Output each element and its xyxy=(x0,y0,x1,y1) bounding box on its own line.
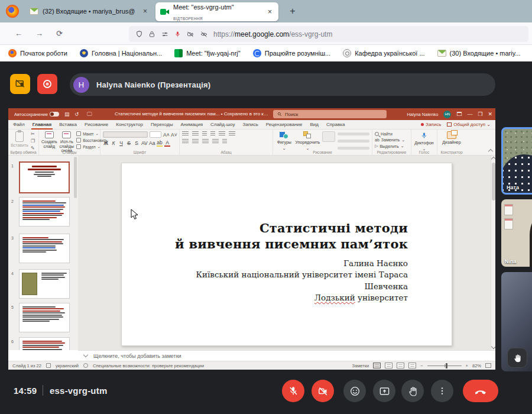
text-direction-icon[interactable] xyxy=(229,131,235,137)
replace-button[interactable]: abЗаменить ⌄ xyxy=(375,137,405,143)
underline-button[interactable]: Ч xyxy=(118,140,124,146)
line-spacing-icon[interactable] xyxy=(219,131,225,137)
numbering-icon[interactable] xyxy=(192,131,199,137)
participant-tile-speaking[interactable]: Ната xyxy=(501,127,532,195)
tab-help[interactable]: Справка xyxy=(326,122,345,127)
slide-thumbnail-5[interactable] xyxy=(19,303,70,332)
align-left-icon[interactable] xyxy=(182,139,189,144)
bookmark-item[interactable]: (30) Входящие • mariy... xyxy=(437,50,521,57)
font-size-input[interactable] xyxy=(150,131,161,138)
tab-insert[interactable]: Вставка xyxy=(59,122,77,127)
copy-icon[interactable]: ❐ xyxy=(31,138,35,144)
current-slide[interactable]: Статистичні методи й вивчення писемних п… xyxy=(121,163,452,346)
accessibility-icon[interactable] xyxy=(83,363,88,368)
bookmark-item[interactable]: Meet: "fjw-yqaj-nrj" xyxy=(174,49,241,57)
save-icon[interactable]: ▤ xyxy=(64,108,70,120)
address-bar[interactable]: https://meet.google.com/ess-vgrg-utm xyxy=(129,26,528,42)
cut-icon[interactable]: ✂ xyxy=(31,131,35,137)
collapse-ribbon-icon[interactable] xyxy=(488,149,493,154)
arrange-button[interactable]: Упорядочить⌄ xyxy=(296,131,320,150)
spellcheck-icon[interactable] xyxy=(46,363,51,368)
change-case-icon[interactable]: Aa xyxy=(149,140,155,146)
tab-design[interactable]: Конструктор xyxy=(116,122,143,127)
notes-toggle-button[interactable]: Заметки xyxy=(352,363,369,368)
zoom-level[interactable]: 82% xyxy=(472,363,481,368)
participant-tile[interactable]: Nina xyxy=(501,199,532,267)
permissions-icon[interactable] xyxy=(161,31,169,38)
presenter-chip[interactable]: H Halyna Naienko (Презентація) xyxy=(70,73,495,96)
text-shadow-button[interactable]: S xyxy=(134,140,140,146)
ribbon-display-icon[interactable]: 🗖 xyxy=(456,111,462,117)
tab-meet[interactable]: Meet: "ess-vgrg-utm" ВІДТВОРЕННЯ × xyxy=(155,2,278,21)
bookmark-item[interactable]: Головна | Національн... xyxy=(80,49,162,57)
mic-allowed-icon[interactable] xyxy=(174,30,181,38)
slide-thumbnail-6[interactable] xyxy=(19,337,70,350)
autoplay-blocked-icon[interactable] xyxy=(200,31,208,38)
scrollbar-thumb[interactable] xyxy=(492,163,495,200)
camera-off-button[interactable] xyxy=(312,380,334,402)
tab-file[interactable]: Файл xyxy=(13,122,25,127)
grow-font-icon[interactable]: A˄ xyxy=(163,132,169,138)
columns-icon[interactable] xyxy=(222,139,227,144)
accessibility-label[interactable]: Специальные возможности: проверьте реком… xyxy=(93,363,204,368)
zoom-out-icon[interactable]: − xyxy=(420,363,423,368)
reading-view-icon[interactable] xyxy=(397,363,404,368)
shield-icon[interactable] xyxy=(135,30,143,38)
back-icon[interactable]: ← xyxy=(15,29,22,38)
search-box[interactable]: Поиск xyxy=(273,110,387,118)
align-center-icon[interactable] xyxy=(192,139,199,144)
fit-to-window-icon[interactable] xyxy=(485,363,491,368)
language-label[interactable]: украинский xyxy=(56,363,79,368)
shapes-button[interactable]: Фигуры⌄ xyxy=(275,131,293,150)
shape-effects-button[interactable] xyxy=(338,147,369,150)
normal-view-icon[interactable] xyxy=(373,363,381,368)
slideshow-view-icon[interactable] xyxy=(408,363,416,368)
minimize-button[interactable]: — xyxy=(467,111,472,117)
slide-sorter-view-icon[interactable] xyxy=(385,363,392,368)
new-tab-button[interactable]: + xyxy=(286,5,299,18)
reactions-button[interactable] xyxy=(343,380,366,402)
autosave-toggle[interactable] xyxy=(50,108,59,120)
share-button[interactable]: Общий доступ ⌄ xyxy=(447,122,491,127)
bookmark-item[interactable]: Працюйте розумніш... xyxy=(253,49,330,57)
designer-button[interactable]: Дизайнер xyxy=(440,131,463,145)
more-options-button[interactable] xyxy=(431,380,453,402)
present-screen-button[interactable] xyxy=(373,380,395,402)
strikethrough-button[interactable]: S xyxy=(126,140,132,146)
select-button[interactable]: ▷Выделить ⌄ xyxy=(375,144,404,149)
slide-thumbnail-3[interactable] xyxy=(19,234,70,263)
recording-badge[interactable] xyxy=(37,74,57,94)
indent-increase-icon[interactable] xyxy=(210,131,215,137)
lock-icon[interactable] xyxy=(148,31,155,38)
notes-collapse-icon[interactable] xyxy=(83,352,88,357)
account-name[interactable]: Halyna Naienko xyxy=(407,112,438,117)
record-button[interactable]: Запись xyxy=(421,122,441,127)
close-button[interactable]: ✕ xyxy=(488,111,492,117)
highlight-color-button[interactable]: ab xyxy=(157,140,163,147)
dictate-button[interactable]: Диктофон⌄ xyxy=(414,131,434,151)
slide-thumbnail-1[interactable] xyxy=(19,161,70,193)
account-avatar[interactable]: HN xyxy=(443,111,451,118)
font-color-button[interactable]: A xyxy=(164,140,170,147)
presentation-warning-badge[interactable] xyxy=(10,74,30,94)
forward-icon[interactable]: → xyxy=(35,29,43,38)
tab-gmail[interactable]: (32) Входящие • mariya_brus@ × xyxy=(25,3,154,20)
indent-decrease-icon[interactable] xyxy=(202,131,207,137)
camera-blocked-icon[interactable] xyxy=(186,31,194,38)
canvas-scrollbar[interactable] xyxy=(491,156,495,350)
slide-canvas[interactable]: Статистичні методи й вивчення писемних п… xyxy=(78,156,491,350)
shape-fill-button[interactable] xyxy=(338,132,369,135)
tab-draw[interactable]: Рисование xyxy=(85,122,108,127)
undo-icon[interactable]: ↺ xyxy=(74,108,79,120)
shape-outline-button[interactable] xyxy=(338,140,369,143)
zoom-in-icon[interactable]: + xyxy=(466,363,468,368)
new-slide-button[interactable]: Создать слайд xyxy=(41,131,57,148)
bookmark-item[interactable]: Кафедра української ... xyxy=(343,49,424,57)
character-spacing-icon[interactable]: AV xyxy=(141,140,147,146)
tab-animations[interactable]: Анимация xyxy=(180,122,203,127)
reload-icon[interactable]: ⟳ xyxy=(56,29,63,38)
zoom-slider[interactable] xyxy=(427,366,462,366)
firefox-logo-icon[interactable] xyxy=(6,5,19,18)
leave-call-button[interactable] xyxy=(463,380,498,402)
tab-home[interactable]: Главная xyxy=(33,122,52,127)
